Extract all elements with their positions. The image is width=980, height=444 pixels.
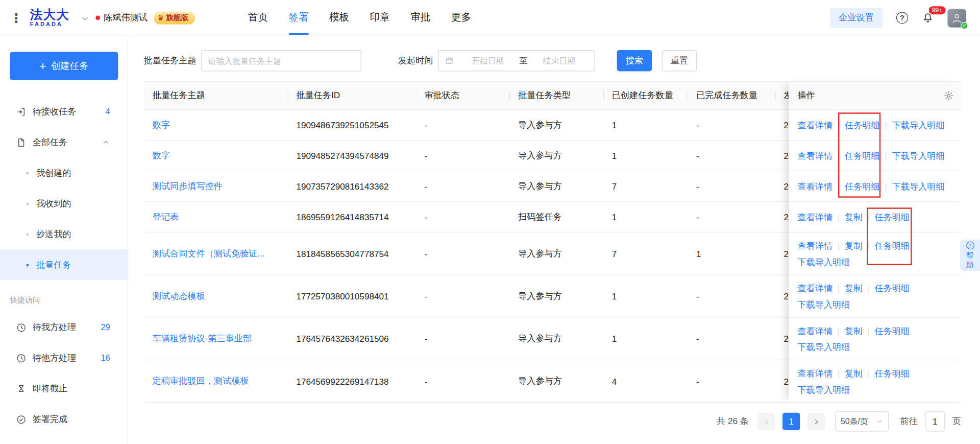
sidebar-subitem-received-by-me[interactable]: 我收到的 (0, 188, 128, 219)
action-link[interactable]: 任务明细 (874, 368, 910, 378)
action-link[interactable]: 查看详情 (797, 241, 832, 251)
action-link[interactable]: 任务明细 (874, 283, 910, 293)
action-link[interactable]: 任务明细 (874, 325, 910, 336)
overflow-menu-icon[interactable]: ⋮ (10, 10, 22, 25)
cell-approval-status: - (415, 249, 509, 259)
task-subject-link[interactable]: 数字 (153, 120, 170, 130)
create-task-button[interactable]: + 创建任务 (10, 52, 118, 80)
action-link[interactable]: 查看详情 (797, 283, 832, 293)
start-date-placeholder[interactable]: 开始日期 (459, 55, 517, 66)
reset-button[interactable]: 重置 (662, 50, 697, 72)
nav-seal[interactable]: 印章 (370, 0, 390, 36)
action-link[interactable]: 任务明细 (845, 181, 880, 192)
action-link[interactable]: 查看详情 (797, 325, 832, 336)
action-link[interactable]: 查看详情 (797, 151, 832, 161)
action-divider: | (867, 325, 869, 336)
nav-approval[interactable]: 审批 (410, 0, 430, 36)
sidebar-subitem-label: 抄送我的 (36, 228, 71, 240)
nav-template[interactable]: 模板 (329, 0, 349, 36)
action-row: 查看详情|复制|任务明细下载导入明细 (789, 318, 961, 360)
cell-subject: 车辆租赁协议-第三事业部 (144, 333, 288, 344)
sidebar-item-awaiting-my-side[interactable]: 待我方处理 29 (0, 312, 128, 343)
sidebar-subitem-batch-tasks[interactable]: 批量任务 (0, 249, 128, 280)
chevron-down-icon (876, 418, 884, 426)
action-link[interactable]: 查看详情 (797, 212, 832, 222)
task-subject-link[interactable]: 车辆租赁协议-第三事业部 (153, 333, 252, 343)
pagination: 共 26 条 1 50条/页 前往 页 (717, 410, 961, 433)
task-subject-link[interactable]: 测试动态模板 (153, 291, 205, 301)
cell-completed-count: 1 (688, 249, 775, 259)
search-button[interactable]: 搜索 (617, 50, 652, 72)
nav-sign[interactable]: 签署 (288, 0, 308, 36)
sidebar-subitem-cc-to-me[interactable]: 抄送我的 (0, 219, 128, 249)
action-link[interactable]: 复制 (845, 325, 862, 336)
enterprise-settings-button[interactable]: 企业设置 (830, 8, 883, 28)
date-range-picker[interactable]: 开始日期 至 结束日期 (438, 50, 595, 72)
action-link[interactable]: 查看详情 (797, 368, 832, 378)
cell-task-id: 1869559126414835714 (287, 212, 415, 222)
avatar[interactable]: ✓ (947, 9, 966, 28)
action-link[interactable]: 复制 (845, 283, 862, 293)
help-icon[interactable]: ? (896, 12, 908, 24)
column-header-actions: 操作 (797, 90, 815, 101)
action-link[interactable]: 下载导入明细 (892, 151, 945, 161)
cell-approval-status: - (415, 120, 509, 130)
user-icon (950, 12, 963, 24)
notification-count-badge: 99+ (928, 6, 946, 15)
notification-bell[interactable]: 99+ (922, 12, 934, 24)
action-link[interactable]: 下载导入明细 (797, 342, 850, 352)
sidebar-item-sign-completed[interactable]: 签署完成 (0, 404, 128, 435)
task-subject-link[interactable]: 定稿审批驳回，测试模板 (153, 376, 249, 386)
action-link[interactable]: 任务明细 (845, 120, 880, 130)
task-subject-link[interactable]: 测试同步填写控件 (153, 181, 223, 191)
action-link[interactable]: 任务明细 (845, 151, 880, 161)
action-link[interactable]: 复制 (845, 368, 862, 378)
sidebar-item-expiring-soon[interactable]: 即将截止 (0, 373, 128, 404)
action-link[interactable]: 查看详情 (797, 120, 832, 130)
pagination-prev-button[interactable] (757, 413, 775, 430)
pagination-total: 共 26 条 (717, 416, 749, 427)
pagination-current-page[interactable]: 1 (782, 413, 800, 430)
sidebar-subitem-created-by-me[interactable]: 我创建的 (0, 157, 128, 188)
action-link[interactable]: 复制 (845, 241, 862, 251)
nav-home[interactable]: 首页 (248, 0, 268, 36)
sidebar-subitem-label: 我收到的 (36, 198, 71, 209)
help-float-button[interactable]: ? 帮助 (960, 240, 980, 271)
clock-icon (16, 322, 27, 333)
sidebar-item-all-tasks[interactable]: 全部任务 (0, 127, 128, 157)
help-float-label: 帮助 (966, 251, 974, 269)
action-link[interactable]: 下载导入明细 (797, 299, 850, 310)
create-task-label: 创建任务 (51, 60, 88, 72)
sidebar-item-awaiting-other-side[interactable]: 待他方处理 16 (0, 343, 128, 373)
account-name[interactable]: 陈斌伟测试 (104, 12, 148, 24)
cell-completed-count: - (688, 151, 775, 161)
action-link[interactable]: 下载导入明细 (892, 120, 945, 130)
sidebar-item-pending-receive[interactable]: 待接收任务 4 (0, 96, 128, 127)
column-settings-gear-icon[interactable] (944, 90, 954, 101)
cell-created-count: 1 (603, 212, 688, 222)
column-header-created-count: 已创建任务数量 (603, 81, 688, 110)
action-link[interactable]: 下载导入明细 (797, 256, 850, 267)
task-subject-link[interactable]: 测试合同文件（测试免验证... (153, 248, 265, 258)
action-link[interactable]: 复制 (845, 212, 862, 222)
chevron-up-icon[interactable] (102, 138, 110, 146)
task-subject-link[interactable]: 数字 (153, 150, 170, 160)
task-subject-link[interactable]: 登记表 (153, 212, 179, 222)
column-header-approval-status: 审批状态 (415, 81, 509, 110)
subject-filter-input[interactable] (201, 50, 361, 72)
action-link[interactable]: 下载导入明细 (892, 181, 945, 192)
action-link[interactable]: 查看详情 (797, 181, 832, 192)
action-link[interactable]: 下载导入明细 (797, 384, 850, 394)
action-divider: | (838, 325, 840, 336)
fadada-logo[interactable]: 法大大 FADADA (30, 8, 69, 28)
action-link[interactable]: 任务明细 (874, 241, 910, 251)
nav-more[interactable]: 更多 (451, 0, 471, 36)
pagination-next-button[interactable] (807, 413, 825, 430)
action-link[interactable]: 任务明细 (874, 212, 910, 222)
cell-task-type: 扫码签任务 (509, 212, 603, 223)
end-date-placeholder[interactable]: 结束日期 (530, 55, 588, 66)
page-size-select[interactable]: 50条/页 (835, 411, 889, 431)
goto-page-input[interactable] (925, 411, 945, 431)
cell-completed-count: - (688, 291, 775, 301)
org-switcher-chevron-icon[interactable] (81, 13, 89, 23)
